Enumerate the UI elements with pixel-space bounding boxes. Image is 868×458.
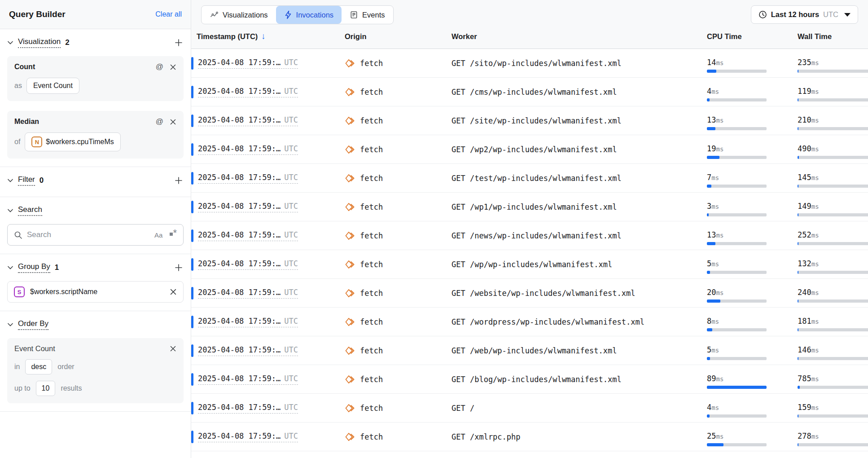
cpu-time-bar — [707, 185, 767, 188]
time-range-selector[interactable]: Last 12 hours UTC — [751, 5, 858, 24]
tab-label: Events — [362, 11, 385, 19]
worker-request-value: GET / — [452, 404, 474, 413]
cpu-time-bar — [707, 328, 767, 331]
table-row[interactable]: 2025-04-08 17:59:…UTC fetch GET / 4ms 15… — [191, 394, 868, 423]
timestamp-value[interactable]: 2025-04-08 17:59:…UTC — [198, 259, 298, 270]
search-input[interactable] — [27, 230, 150, 239]
table-row[interactable]: 2025-04-08 17:59:…UTC fetch GET /wp2/wp-… — [191, 135, 868, 164]
fetch-origin-icon — [345, 288, 355, 298]
column-header-origin[interactable]: Origin — [339, 32, 446, 41]
origin-value: fetch — [360, 375, 383, 384]
add-visualization-button[interactable] — [174, 38, 184, 48]
origin-value: fetch — [360, 404, 383, 413]
chevron-down-icon[interactable] — [7, 208, 13, 213]
result-limit-input[interactable]: 10 — [36, 381, 56, 396]
table-row[interactable]: 2025-04-08 17:59:…UTC fetch GET /site/wp… — [191, 106, 868, 135]
table-row[interactable]: 2025-04-08 17:59:…UTC fetch GET /test/wp… — [191, 164, 868, 193]
chevron-down-icon[interactable] — [7, 265, 13, 270]
cpu-time-bar — [707, 127, 767, 130]
timestamp-value[interactable]: 2025-04-08 17:59:…UTC — [198, 87, 298, 97]
table-row[interactable]: 2025-04-08 17:59:…UTC fetch GET /web/wp-… — [191, 336, 868, 365]
wall-time-bar — [798, 156, 868, 159]
table-row[interactable]: 2025-04-08 17:59:…UTC fetch GET /wordpre… — [191, 308, 868, 336]
section-label-visualization[interactable]: Visualization — [18, 37, 61, 48]
timestamp-value[interactable]: 2025-04-08 17:59:…UTC — [198, 288, 298, 299]
table-row[interactable]: 2025-04-08 17:59:…UTC fetch GET /cms/wp-… — [191, 78, 868, 106]
remove-median-button[interactable] — [170, 119, 176, 125]
table-row[interactable]: 2025-04-08 17:59:…UTC fetch GET /sito/wp… — [191, 49, 868, 78]
clock-icon — [758, 10, 767, 19]
case-sensitive-toggle-icon[interactable]: Aa — [154, 231, 162, 239]
sort-descending-icon[interactable]: ↓ — [261, 31, 266, 41]
visualization-card-median: Median @ of N $workers.cpuTimeMs — [7, 111, 184, 159]
add-group-by-button[interactable] — [174, 263, 184, 273]
wall-time-bar — [798, 386, 868, 389]
column-label: CPU Time — [707, 32, 742, 41]
cpu-time-value: 13ms — [707, 115, 792, 124]
timestamp-value[interactable]: 2025-04-08 17:59:…UTC — [198, 345, 298, 356]
table-row[interactable]: 2025-04-08 17:59:…UTC fetch GET /xmlrpc.… — [191, 423, 868, 451]
view-tab-group: Visualizations Invocations Events — [201, 5, 394, 24]
add-filter-button[interactable] — [174, 176, 184, 185]
chevron-down-icon[interactable] — [7, 178, 13, 183]
timestamp-value[interactable]: 2025-04-08 17:59:…UTC — [198, 115, 298, 126]
section-label-group-by[interactable]: Group By — [18, 262, 50, 273]
timestamp-value[interactable]: 2025-04-08 17:59:…UTC — [198, 317, 298, 327]
section-group-by: Group By 1 S $workers.scriptName — [0, 254, 191, 311]
remove-order-by-button[interactable] — [170, 345, 176, 352]
section-label-order-by[interactable]: Order By — [18, 319, 48, 330]
tab-events[interactable]: Events — [342, 6, 393, 24]
cpu-time-bar — [707, 213, 767, 216]
worker-request-value: GET /test/wp-includes/wlwmanifest.xml — [452, 174, 622, 183]
order-by-card: Event Count in desc order up to 10 resul… — [7, 338, 184, 403]
number-type-icon: N — [31, 137, 42, 147]
section-label-search[interactable]: Search — [18, 205, 42, 216]
column-header-worker[interactable]: Worker — [446, 32, 701, 41]
query-builder-panel: Query Builder Clear all Visualization 2 … — [0, 0, 191, 458]
table-row[interactable]: 2025-04-08 17:59:…UTC fetch GET /news/wp… — [191, 221, 868, 250]
remove-group-by-button[interactable] — [170, 288, 177, 295]
table-row[interactable]: 2025-04-08 17:59:…UTC fetch GET /blog/wp… — [191, 365, 868, 394]
table-row[interactable]: 2025-04-08 17:59:…UTC fetch GET /wp1/wp-… — [191, 193, 868, 221]
alias-at-icon[interactable]: @ — [156, 62, 163, 71]
row-indicator — [191, 344, 193, 357]
order-direction-select[interactable]: desc — [25, 359, 52, 374]
timestamp-value[interactable]: 2025-04-08 17:59:…UTC — [198, 403, 298, 414]
fetch-origin-icon — [345, 231, 355, 241]
worker-request-value: GET /site/wp-includes/wlwmanifest.xml — [452, 116, 622, 125]
tab-invocations[interactable]: Invocations — [276, 6, 342, 24]
worker-request-value: GET /wp2/wp-includes/wlwmanifest.xml — [452, 145, 617, 154]
column-header-wall-time[interactable]: Wall Time — [792, 32, 868, 41]
count-alias-chip[interactable]: Event Count — [26, 78, 79, 94]
group-by-field-chip[interactable]: S $workers.scriptName — [7, 281, 184, 303]
column-header-timestamp[interactable]: Timestamp (UTC) ↓ — [191, 31, 339, 41]
timestamp-value[interactable]: 2025-04-08 17:59:…UTC — [198, 173, 298, 184]
remove-count-button[interactable] — [170, 64, 176, 70]
origin-value: fetch — [360, 174, 383, 183]
group-by-count: 1 — [55, 263, 59, 272]
row-indicator — [191, 86, 193, 98]
invocations-table-header: Timestamp (UTC) ↓ Origin Worker CPU Time… — [191, 24, 868, 49]
timestamp-value[interactable]: 2025-04-08 17:59:…UTC — [198, 202, 298, 212]
worker-request-value: GET /sito/wp-includes/wlwmanifest.xml — [452, 59, 622, 68]
clear-all-link[interactable]: Clear all — [155, 10, 182, 18]
timestamp-value[interactable]: 2025-04-08 17:59:…UTC — [198, 432, 298, 442]
timestamp-value[interactable]: 2025-04-08 17:59:…UTC — [198, 58, 298, 69]
section-label-filter[interactable]: Filter — [18, 175, 35, 186]
chevron-down-icon[interactable] — [7, 40, 13, 45]
timestamp-value[interactable]: 2025-04-08 17:59:…UTC — [198, 144, 298, 155]
table-row[interactable]: 2025-04-08 17:59:…UTC fetch GET /wp/wp-i… — [191, 250, 868, 279]
origin-value: fetch — [360, 346, 383, 355]
timestamp-value[interactable]: 2025-04-08 17:59:…UTC — [198, 230, 298, 241]
alias-at-icon[interactable]: @ — [156, 117, 163, 126]
section-order-by: Order By Event Count in desc order — [0, 311, 191, 412]
wall-time-bar — [798, 443, 868, 446]
chevron-down-icon[interactable] — [7, 322, 13, 327]
column-header-cpu-time[interactable]: CPU Time — [701, 32, 792, 41]
median-field-chip[interactable]: N $workers.cpuTimeMs — [25, 132, 120, 151]
timestamp-value[interactable]: 2025-04-08 17:59:…UTC — [198, 374, 298, 385]
tab-visualizations[interactable]: Visualizations — [202, 6, 276, 24]
invocations-table-body: 2025-04-08 17:59:…UTC fetch GET /sito/wp… — [191, 49, 868, 451]
regex-toggle-icon[interactable]: * — [170, 233, 177, 237]
table-row[interactable]: 2025-04-08 17:59:…UTC fetch GET /website… — [191, 279, 868, 308]
